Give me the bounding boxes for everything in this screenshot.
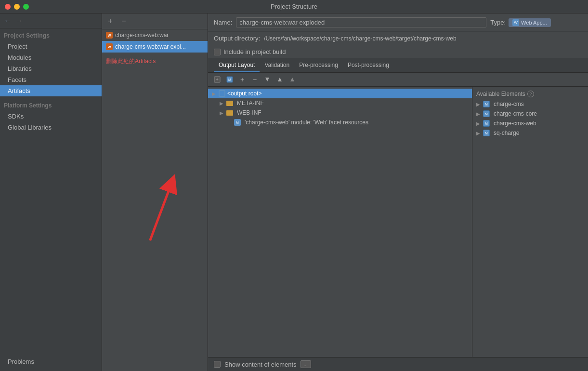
type-section: Type: W Web App... [490, 18, 550, 27]
output-dir-label: Output directory: [214, 35, 260, 42]
help-icon[interactable]: ? [527, 91, 534, 97]
av-module-sq-charge: M [483, 130, 490, 136]
webapp-icon: W [512, 19, 519, 26]
sidebar-item-libraries[interactable]: Libraries [0, 63, 102, 74]
tab-output-layout[interactable]: Output Layout [214, 59, 260, 72]
show-content-checkbox[interactable] [214, 361, 221, 368]
annotation-arrow [102, 53, 208, 371]
svg-text:M: M [228, 78, 231, 81]
maximize-button[interactable] [23, 4, 29, 10]
name-type-row: Name: Type: W Web App... [208, 13, 588, 32]
folder-icon-web [226, 110, 233, 116]
sidebar-item-facets[interactable]: Facets [0, 74, 102, 85]
module-button[interactable]: M [224, 75, 235, 84]
tree-item-output-root[interactable]: ▶ <output root> [208, 89, 472, 98]
artifact-item-war[interactable]: W charge-cms-web:war [102, 29, 208, 41]
annotation-area: 删除此处的Artifacts [102, 53, 208, 371]
content-area: ▶ <output root> ▶ META-INF ▶ WEB-INF [208, 87, 588, 357]
right-panel: Name: Type: W Web App... Output director… [208, 13, 588, 371]
add-element-button[interactable]: + [212, 75, 222, 84]
av-expand-sq-charge: ▶ [476, 131, 481, 136]
tree-item-module-resources[interactable]: ▶ M 'charge-cms-web' module: 'Web' facet… [208, 118, 472, 127]
back-arrow-icon[interactable]: ← [4, 16, 12, 25]
window-controls [5, 4, 29, 10]
av-expand-charge-cms-core: ▶ [476, 111, 481, 117]
av-item-charge-cms-web[interactable]: ▶ M charge-cms-web [472, 119, 588, 128]
sidebar-bottom: Problems [0, 352, 102, 371]
remove-artifact-button[interactable]: − [118, 16, 129, 26]
type-value: Web App... [521, 20, 547, 26]
output-dir-row: Output directory: /Users/fan/workspace/c… [208, 32, 588, 45]
add-entry-button[interactable]: + [237, 75, 248, 84]
type-badge: W Web App... [509, 18, 551, 27]
sidebar-item-sdks[interactable]: SDKs [0, 111, 102, 122]
module-icon: M [234, 119, 241, 126]
tab-validation[interactable]: Validation [260, 59, 294, 72]
tree-toolbar: + M + − [208, 73, 588, 87]
sidebar-item-problems[interactable]: Problems [4, 356, 98, 367]
tree-item-web-inf[interactable]: ▶ WEB-INF [208, 108, 472, 118]
expand-icon-meta: ▶ [220, 101, 224, 106]
war-exploded-icon: W [106, 43, 113, 50]
av-module-charge-cms-web: M [483, 120, 490, 127]
sidebar-nav-row: ← → [0, 13, 102, 28]
bottom-bar: Show content of elements ... [208, 357, 588, 371]
annotation-text: 删除此处的Artifacts [106, 58, 156, 65]
av-module-charge-cms-core: M [483, 110, 490, 117]
expand-icon: ▶ [212, 91, 217, 96]
forward-arrow-icon[interactable]: → [15, 16, 23, 25]
sidebar-item-global-libraries[interactable]: Global Libraries [0, 122, 102, 133]
name-input[interactable] [236, 17, 486, 27]
type-label: Type: [490, 19, 506, 26]
sidebar-item-project[interactable]: Project [0, 41, 102, 52]
tab-post-processing[interactable]: Post-processing [343, 59, 394, 72]
available-elements-label: Available Elements ? [472, 89, 588, 99]
left-tree: ▶ <output root> ▶ META-INF ▶ WEB-INF [208, 87, 472, 357]
tree-item-meta-inf[interactable]: ▶ META-INF [208, 98, 472, 108]
output-root-icon [219, 90, 225, 97]
svg-marker-7 [278, 78, 282, 81]
tab-pre-processing[interactable]: Pre-processing [294, 59, 343, 72]
add-artifact-button[interactable]: + [105, 16, 116, 26]
output-dir-value: /Users/fan/workspace/charge-cms/charge-c… [264, 35, 456, 42]
av-item-charge-cms[interactable]: ▶ M charge-cms [472, 99, 588, 109]
av-expand-charge-cms: ▶ [476, 102, 481, 107]
tabs-row: Output Layout Validation Pre-processing … [208, 59, 588, 73]
av-module-charge-cms: M [483, 101, 490, 107]
svg-marker-8 [290, 78, 294, 81]
folder-icon-meta [226, 101, 233, 106]
title-bar: Project Structure [0, 0, 588, 13]
middle-toolbar: + − [102, 13, 208, 29]
war-icon: W [106, 32, 113, 39]
remove-entry-button[interactable]: − [249, 75, 260, 84]
close-button[interactable] [5, 4, 11, 10]
middle-panel: + − W charge-cms-web:war W charge-cms-we… [102, 13, 208, 371]
right-tree: Available Elements ? ▶ M charge-cms ▶ M … [472, 87, 588, 357]
av-expand-charge-cms-web: ▶ [476, 121, 481, 126]
minimize-button[interactable] [14, 4, 20, 10]
project-settings-label: Project Settings [0, 28, 102, 41]
window-title: Project Structure [271, 3, 317, 10]
main-layout: ← → Project Settings Project Modules Lib… [0, 13, 588, 371]
av-item-sq-charge[interactable]: ▶ M sq-charge [472, 128, 588, 138]
svg-text:+: + [216, 77, 219, 82]
include-row: Include in project build [208, 45, 588, 59]
move-down-button[interactable] [262, 75, 273, 84]
sidebar-item-artifacts[interactable]: Artifacts [0, 85, 102, 96]
sidebar: ← → Project Settings Project Modules Lib… [0, 13, 102, 371]
move-up-button[interactable] [274, 75, 285, 84]
av-item-charge-cms-core[interactable]: ▶ M charge-cms-core [472, 109, 588, 119]
collapse-button[interactable] [287, 75, 298, 84]
platform-settings-label: Platform Settings [0, 96, 102, 111]
show-content-options-button[interactable]: ... [301, 360, 311, 368]
sidebar-item-modules[interactable]: Modules [0, 52, 102, 63]
svg-marker-6 [265, 78, 269, 81]
expand-icon-web: ▶ [220, 110, 224, 116]
artifact-item-war-exploded[interactable]: W charge-cms-web:war expl... [102, 41, 208, 53]
include-label: Include in project build [223, 48, 286, 55]
show-content-label: Show content of elements [224, 361, 297, 368]
include-checkbox[interactable] [214, 49, 221, 55]
svg-line-1 [150, 183, 172, 240]
name-label: Name: [214, 19, 232, 26]
